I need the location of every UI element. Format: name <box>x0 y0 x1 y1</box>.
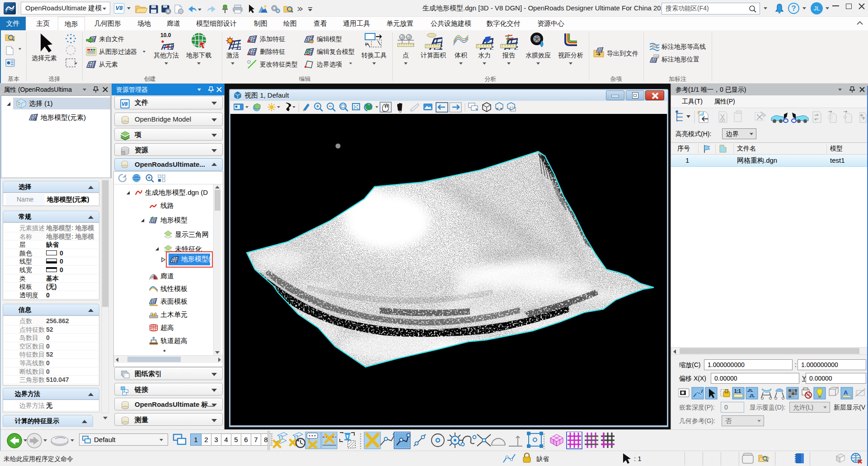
svg-text:: 1: : 1 <box>634 455 642 462</box>
svg-text:10.0: 10.0 <box>160 32 171 38</box>
svg-text:V8: V8 <box>122 101 128 107</box>
svg-text:1:1: 1:1 <box>734 389 741 394</box>
svg-text:123: 123 <box>653 45 657 47</box>
svg-text:A: A <box>844 389 848 396</box>
svg-text:123: 123 <box>654 55 658 58</box>
